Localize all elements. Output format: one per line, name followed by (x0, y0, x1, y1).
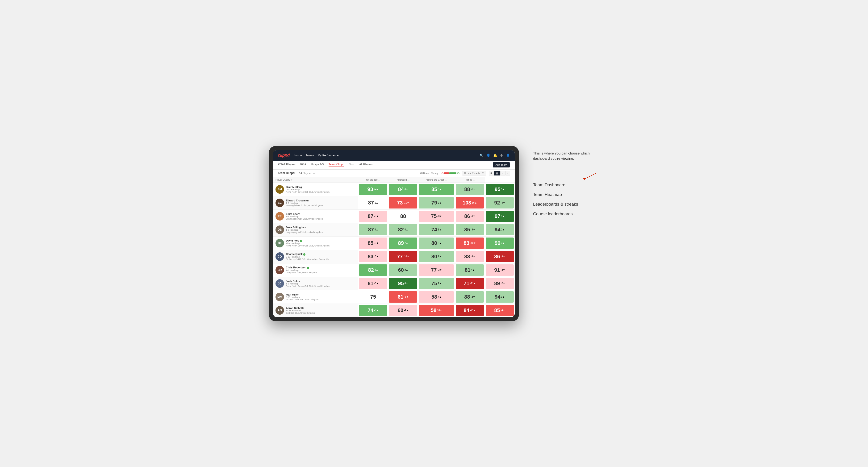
metric-score: 95 (398, 280, 404, 286)
team-bar: Team Clippd | 14 Players ✏ 20 Round Chan… (273, 169, 515, 177)
around_green-cell: 81 4▲ (455, 263, 485, 277)
metric-score: 82 (398, 227, 404, 233)
off-tee-sort-icon: — (378, 179, 380, 181)
team-bar-right: 20 Round Change -5 +5 ⊞ Last Rounds: 20 … (420, 171, 510, 176)
player-club: Sunningdale Golf Club, United Kingdom (286, 204, 323, 207)
tab-pgat-players[interactable]: PGAT Players (278, 163, 296, 167)
around_green-cell: 85 -3▼ (455, 223, 485, 236)
metric-score: 96 (495, 240, 500, 246)
team-player-count: 14 Players (299, 172, 311, 175)
menu-item-2[interactable]: Leaderboards & streaks (533, 202, 599, 207)
nav-home[interactable]: Home (294, 154, 302, 157)
tab-tour[interactable]: Tour (349, 163, 354, 167)
metric-change: 4▲ (471, 269, 475, 271)
metric-box: 94 3▲ (486, 291, 514, 303)
metric-change: 1▲ (438, 255, 441, 258)
metric-score: 79 (431, 200, 437, 206)
metric-change: -2▼ (501, 282, 505, 285)
player-cell[interactable]: BM Blair McHarg Plus Handicap Royal Nort… (273, 183, 358, 196)
metric-change: 2▲ (438, 282, 441, 285)
metric-change: -3▼ (501, 269, 505, 271)
col-putting[interactable]: Putting — (455, 177, 485, 183)
off_tee-cell: 88 (388, 210, 418, 223)
col-around-green[interactable]: Around the Green — (418, 177, 455, 183)
quality-cell: 74 -8▼ (358, 304, 388, 317)
search-icon[interactable]: 🔍 (479, 154, 484, 157)
around_green-cell: 83 -10▼ (455, 236, 485, 250)
table-row: BM Blair McHarg Plus Handicap Royal Nort… (273, 183, 515, 196)
tab-pga[interactable]: PGA (300, 163, 306, 167)
metric-score: 83 (464, 253, 470, 260)
quality-cell: 87 1▲ (358, 196, 388, 210)
player-cell[interactable]: EE Elliot Ebert 1-5 Handicap Sunningdale… (273, 210, 358, 223)
metric-change: 3▲ (375, 269, 378, 271)
tab-all-players[interactable]: All Players (359, 163, 373, 167)
user-icon[interactable]: 👤 (486, 154, 490, 157)
edit-icon[interactable]: ✏ (313, 172, 315, 175)
menu-item-1[interactable]: Team Heatmap (533, 192, 599, 197)
avatar: JC (276, 279, 284, 288)
last-rounds-button[interactable]: ⊞ Last Rounds: 20 (462, 171, 486, 176)
quality-cell: 87 4▲ (358, 223, 388, 236)
nav-my-performance[interactable]: My Performance (318, 154, 338, 157)
player-cell[interactable]: DB Dave Billingham 1-5 Handicap Gog Mago… (273, 223, 358, 236)
metric-score: 74 (368, 307, 373, 313)
heat-view-button[interactable]: ▦ (494, 171, 500, 176)
metric-box: 87 -3▼ (359, 211, 387, 222)
tab-team-clippd[interactable]: Team Clippd (329, 163, 344, 167)
add-team-button[interactable]: Add Team (493, 162, 510, 167)
player-cell[interactable]: CQ Charlie Quick✓ 6-10 Handicap St. Geor… (273, 250, 358, 263)
player-cell[interactable]: EC Edward Crossman 1-5 Handicap Sunningd… (273, 196, 358, 210)
table-row: CR Chris Robertson✓ 1-5 Handicap Craigmi… (273, 263, 515, 277)
around_green-cell: 88 -2▼ (455, 290, 485, 304)
settings-icon[interactable]: ⚙ (500, 154, 503, 157)
tab-hcaps[interactable]: Hcaps 1-5 (311, 163, 324, 167)
metric-box: 74 -8▼ (359, 305, 387, 316)
approach-cell: 85 8▲ (418, 183, 455, 196)
player-info: AN Aaron Nicholls 11-15 Handicap Drift G… (276, 306, 356, 315)
around-green-sort-icon: — (445, 179, 447, 181)
metric-change: -3▼ (437, 215, 442, 217)
metric-score: 73 (397, 200, 403, 206)
col-player[interactable]: Player Quality ▼ (273, 177, 358, 183)
metric-box: 85 -3▼ (359, 238, 387, 249)
player-cell[interactable]: CR Chris Robertson✓ 1-5 Handicap Craigmi… (273, 263, 358, 277)
avatar: CQ (276, 252, 284, 261)
metric-score: 80 (431, 240, 437, 246)
menu-item-3[interactable]: Course leaderboards (533, 212, 599, 217)
bell-icon[interactable]: 🔔 (493, 154, 497, 157)
nav-links: Home Teams My Performance (294, 154, 338, 157)
nav-teams[interactable]: Teams (306, 154, 314, 157)
approach-cell: 80 3▲ (418, 236, 455, 250)
metric-score: 74 (431, 227, 437, 233)
around_green-cell: 71 -11▼ (455, 277, 485, 290)
metric-change: -1▼ (471, 188, 475, 191)
metric-score: 88 (464, 294, 470, 300)
metric-box: 61 -3▼ (389, 291, 417, 303)
metric-box: 89 -2▼ (486, 278, 514, 289)
metric-box: 81 4▲ (456, 264, 484, 276)
player-cell[interactable]: AN Aaron Nicholls 11-15 Handicap Drift G… (273, 304, 358, 317)
grid-view-button[interactable]: ⊞ (489, 171, 494, 176)
off_tee-cell: 89 7▲ (388, 236, 418, 250)
menu-item-0[interactable]: Team Dashboard (533, 183, 599, 187)
col-approach[interactable]: Approach — (388, 177, 418, 183)
player-club: Sunningdale Golf Club, United Kingdom (286, 218, 323, 220)
putting-cell: 91 -3▼ (485, 263, 515, 277)
player-cell[interactable]: JC Josh Coles 1-5 Handicap Royal North D… (273, 277, 358, 290)
player-cell[interactable]: MM Matt Miller 6-10 Handicap Woburn Golf… (273, 290, 358, 304)
player-name: Aaron Nicholls (286, 307, 316, 309)
metric-box: 85 -4▼ (486, 305, 514, 316)
avatar-icon[interactable]: 👤 (506, 154, 510, 157)
metric-box: 82 4▲ (389, 224, 417, 236)
around_green-cell: 103 15▲ (455, 196, 485, 210)
download-button[interactable]: ↓ (505, 171, 510, 176)
metric-change: -11▼ (403, 201, 409, 204)
list-view-button[interactable]: ≡ (500, 171, 505, 176)
col-off-tee[interactable]: Off the Tee — (358, 177, 388, 183)
off_tee-cell: 60 2▲ (388, 263, 418, 277)
metric-box: 94 1▲ (486, 224, 514, 236)
player-cell[interactable]: DF David Ford✓ Plus Handicap Royal North… (273, 236, 358, 250)
menu-items-list: Team Dashboard Team Heatmap Leaderboards… (533, 183, 599, 217)
annotation-panel: This is where you can choose which dashb… (533, 146, 599, 217)
